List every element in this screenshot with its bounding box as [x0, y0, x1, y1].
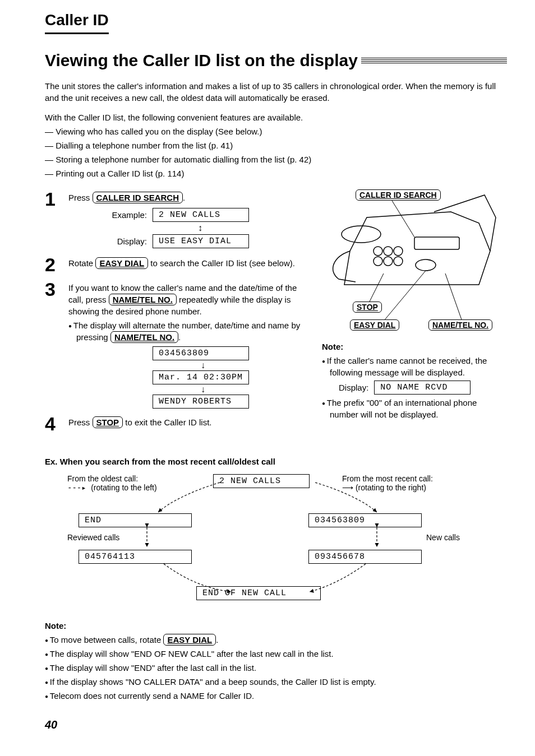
svg-rect-1	[414, 237, 459, 249]
note-heading: Note:	[45, 620, 507, 632]
lcd-display: WENDY ROBERTS	[153, 395, 249, 409]
easy-dial-button-ref: EASY DIAL	[163, 634, 216, 646]
note-bullet: Telecom does not currently send a NAME f…	[45, 690, 507, 702]
intro-paragraph-2: With the Caller ID list, the following c…	[45, 112, 507, 123]
feature-list: Viewing who has called you on the displa…	[45, 126, 507, 179]
svg-point-7	[394, 257, 403, 266]
svg-point-3	[384, 247, 393, 256]
lcd-display: 034563809	[153, 346, 249, 360]
svg-point-2	[373, 247, 382, 256]
svg-point-0	[416, 259, 436, 271]
search-example: Ex. When you search from the most recent…	[45, 456, 507, 614]
lcd-display: Mar. 14 02:30PM	[153, 370, 249, 384]
svg-line-12	[445, 273, 462, 321]
page-number: 40	[45, 718, 507, 731]
stop-button-ref: STOP	[93, 416, 123, 428]
note-bullet: To move between calls, rotate EASY DIAL.	[45, 634, 507, 646]
step-1: 1 Press CALLER ID SEARCH. Example: 2 NEW…	[45, 189, 311, 249]
section-tab: Caller ID	[45, 11, 109, 34]
svg-point-6	[384, 257, 393, 266]
note-bullet: If the caller's name cannot be received,…	[322, 355, 507, 378]
note-heading: Note:	[322, 341, 507, 353]
svg-line-11	[384, 271, 426, 321]
note-bullet: If the display shows "NO CALLER DATA" an…	[45, 676, 507, 688]
note-bullet: The prefix "00" of an international phon…	[322, 397, 507, 420]
svg-line-9	[392, 201, 414, 237]
note-bullet: The display will show "END OF NEW CALL" …	[45, 648, 507, 660]
fax-machine-diagram: CALLER ID SEARCH STOP EASY DIAL NAME/TEL…	[322, 189, 507, 335]
svg-point-4	[394, 247, 403, 256]
step-2: 2 Rotate EASY DIAL to search the Caller …	[45, 255, 311, 274]
note-bullet: The display will show "END" after the la…	[45, 662, 507, 674]
lcd-display: NO NAME RCVD	[374, 381, 471, 395]
easy-dial-button-ref: EASY DIAL	[95, 257, 148, 269]
svg-point-5	[373, 257, 382, 266]
page-title: Viewing the Caller ID list on the displa…	[45, 51, 507, 70]
step-3: 3 If you want to know the caller's name …	[45, 280, 311, 409]
lcd-display: 2 NEW CALLS	[153, 208, 249, 222]
name-tel-no-button-ref: NAME/TEL NO.	[110, 331, 178, 343]
intro-paragraph-1: The unit stores the caller's information…	[45, 80, 507, 104]
caller-id-search-button-ref: CALLER ID SEARCH	[93, 192, 183, 203]
lcd-display: USE EASY DIAL	[153, 234, 249, 248]
name-tel-no-button-ref: NAME/TEL NO.	[109, 294, 177, 305]
step-4: 4 Press STOP to exit the Caller ID list.	[45, 414, 311, 433]
